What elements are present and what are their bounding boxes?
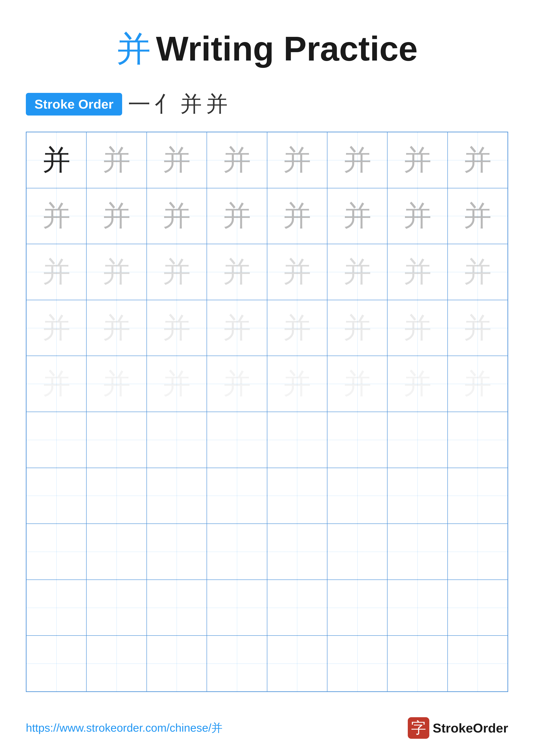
practice-char: 并 xyxy=(223,309,251,347)
grid-cell[interactable] xyxy=(387,524,447,580)
grid-cell[interactable] xyxy=(147,580,207,636)
practice-char: 并 xyxy=(343,253,371,291)
practice-char: 并 xyxy=(283,253,311,291)
grid-cell[interactable]: 并 xyxy=(26,300,87,356)
grid-cell[interactable]: 并 xyxy=(147,244,207,300)
grid-cell[interactable] xyxy=(26,635,87,691)
grid-cell[interactable] xyxy=(26,468,87,524)
grid-cell[interactable]: 并 xyxy=(387,188,447,244)
grid-cell[interactable]: 并 xyxy=(447,244,508,300)
grid-cell[interactable]: 并 xyxy=(26,132,87,188)
grid-cell[interactable] xyxy=(447,580,508,636)
grid-cell[interactable]: 并 xyxy=(26,356,87,412)
grid-cell[interactable] xyxy=(87,635,146,691)
grid-cell[interactable] xyxy=(327,580,387,636)
grid-cell[interactable] xyxy=(87,468,146,524)
grid-cell[interactable] xyxy=(447,524,508,580)
grid-cell[interactable]: 并 xyxy=(207,132,267,188)
practice-char: 并 xyxy=(403,141,431,179)
grid-cell[interactable]: 并 xyxy=(267,356,327,412)
grid-cell[interactable] xyxy=(26,580,87,636)
title-text: Writing Practice xyxy=(156,29,418,68)
practice-char: 并 xyxy=(163,365,191,403)
grid-cell[interactable]: 并 xyxy=(327,244,387,300)
grid-cell[interactable] xyxy=(147,468,207,524)
grid-cell[interactable] xyxy=(87,580,146,636)
grid-cell[interactable]: 并 xyxy=(147,132,207,188)
grid-cell[interactable]: 并 xyxy=(387,244,447,300)
grid-cell[interactable] xyxy=(387,635,447,691)
grid-cell[interactable]: 并 xyxy=(267,132,327,188)
grid-cell[interactable]: 并 xyxy=(207,244,267,300)
grid-cell[interactable] xyxy=(207,412,267,468)
grid-cell[interactable]: 并 xyxy=(207,356,267,412)
grid-cell[interactable]: 并 xyxy=(267,188,327,244)
grid-cell[interactable]: 并 xyxy=(267,244,327,300)
grid-cell[interactable] xyxy=(207,524,267,580)
grid-cell[interactable] xyxy=(207,635,267,691)
practice-char: 并 xyxy=(103,197,131,235)
grid-cell[interactable] xyxy=(267,580,327,636)
practice-grid[interactable]: 并并并并并并并并并并并并并并并并并并并并并并并并并并并并并并并并并并并并并并并并 xyxy=(26,132,508,692)
grid-cell[interactable] xyxy=(26,524,87,580)
grid-cell[interactable] xyxy=(207,580,267,636)
grid-cell[interactable] xyxy=(147,412,207,468)
grid-cell[interactable] xyxy=(327,524,387,580)
grid-cell[interactable]: 并 xyxy=(387,356,447,412)
grid-cell[interactable]: 并 xyxy=(87,244,146,300)
grid-cell[interactable]: 并 xyxy=(87,300,146,356)
grid-cell[interactable] xyxy=(267,635,327,691)
grid-cell[interactable]: 并 xyxy=(267,300,327,356)
grid-cell[interactable]: 并 xyxy=(147,188,207,244)
grid-cell[interactable] xyxy=(207,468,267,524)
grid-cell[interactable] xyxy=(327,412,387,468)
stroke-chars: ㇐ 亻 并 并 xyxy=(129,90,228,119)
grid-cell[interactable] xyxy=(327,468,387,524)
grid-cell[interactable]: 并 xyxy=(26,188,87,244)
grid-cell[interactable]: 并 xyxy=(207,300,267,356)
stroke-4: 并 xyxy=(206,90,228,119)
grid-cell[interactable]: 并 xyxy=(147,356,207,412)
grid-cell[interactable] xyxy=(387,468,447,524)
grid-cell[interactable] xyxy=(26,412,87,468)
grid-cell[interactable]: 并 xyxy=(447,188,508,244)
grid-cell[interactable] xyxy=(387,412,447,468)
grid-cell[interactable] xyxy=(87,412,146,468)
grid-cell[interactable] xyxy=(267,412,327,468)
practice-char: 并 xyxy=(163,141,191,179)
grid-cell[interactable]: 并 xyxy=(447,132,508,188)
grid-cell[interactable] xyxy=(447,412,508,468)
footer: https://www.strokeorder.com/chinese/并 字 … xyxy=(26,717,508,739)
grid-cell[interactable] xyxy=(447,635,508,691)
footer-url[interactable]: https://www.strokeorder.com/chinese/并 xyxy=(26,720,222,736)
grid-cell[interactable] xyxy=(267,524,327,580)
grid-cell[interactable] xyxy=(87,524,146,580)
grid-cell[interactable]: 并 xyxy=(327,356,387,412)
grid-cell[interactable]: 并 xyxy=(327,300,387,356)
grid-cell[interactable] xyxy=(327,635,387,691)
grid-cell[interactable]: 并 xyxy=(327,132,387,188)
grid-cell[interactable]: 并 xyxy=(327,188,387,244)
practice-char: 并 xyxy=(283,197,311,235)
practice-char: 并 xyxy=(403,365,431,403)
grid-cell[interactable] xyxy=(267,468,327,524)
practice-char: 并 xyxy=(283,309,311,347)
grid-cell[interactable]: 并 xyxy=(447,356,508,412)
grid-cell[interactable] xyxy=(387,580,447,636)
grid-cell[interactable]: 并 xyxy=(87,132,146,188)
practice-char: 并 xyxy=(343,309,371,347)
grid-cell[interactable] xyxy=(447,468,508,524)
grid-cell[interactable]: 并 xyxy=(207,188,267,244)
grid-cell[interactable]: 并 xyxy=(147,300,207,356)
practice-char: 并 xyxy=(464,141,492,179)
grid-cell[interactable]: 并 xyxy=(447,300,508,356)
grid-cell[interactable]: 并 xyxy=(87,356,146,412)
grid-cell[interactable] xyxy=(147,524,207,580)
grid-cell[interactable]: 并 xyxy=(387,132,447,188)
grid-cell[interactable]: 并 xyxy=(387,300,447,356)
grid-cell[interactable]: 并 xyxy=(87,188,146,244)
practice-char: 并 xyxy=(42,365,70,403)
grid-cell[interactable]: 并 xyxy=(26,244,87,300)
grid-cell[interactable] xyxy=(147,635,207,691)
practice-char: 并 xyxy=(343,141,371,179)
